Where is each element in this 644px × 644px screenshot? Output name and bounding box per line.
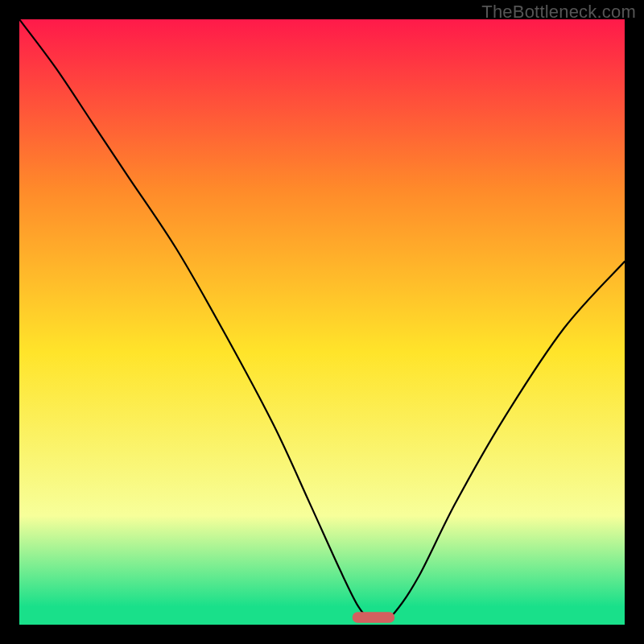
plot-area: [19, 19, 625, 625]
trough-marker: [353, 612, 395, 623]
chart-svg: [19, 19, 625, 625]
chart-background: [19, 19, 625, 625]
chart-frame: TheBottleneck.com: [0, 0, 644, 644]
